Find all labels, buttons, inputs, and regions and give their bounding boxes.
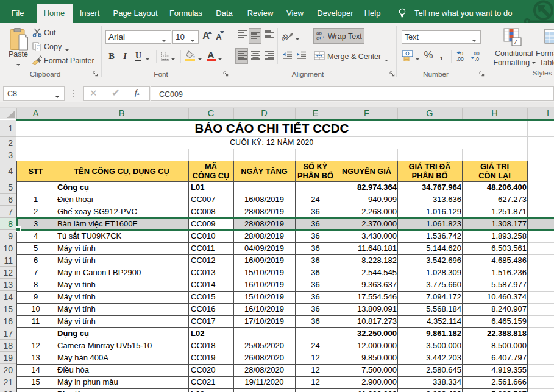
svg-text:.00: .00: [456, 56, 464, 61]
svg-text:ab: ab: [282, 32, 289, 42]
svg-text:c: c: [316, 35, 319, 41]
svg-text:.0: .0: [475, 56, 479, 61]
svg-text:≠: ≠: [514, 38, 518, 46]
